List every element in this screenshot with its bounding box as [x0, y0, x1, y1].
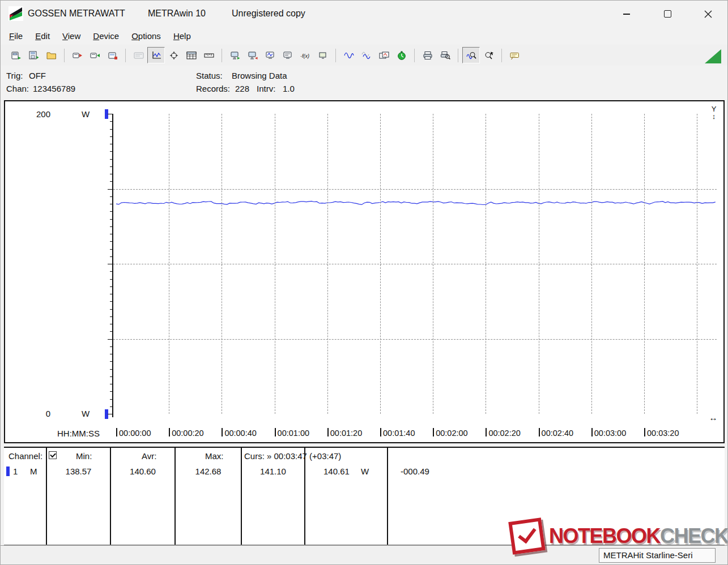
- receive-from-device-button[interactable]: [86, 47, 104, 63]
- avr-value: 140.60: [111, 466, 174, 476]
- multimeter-display-button[interactable]: [130, 47, 147, 63]
- monitor-view-button[interactable]: [279, 47, 296, 63]
- y-axis-tick: [110, 406, 112, 407]
- maximize-icon: [664, 10, 671, 18]
- watermark-word2: CHECK: [660, 524, 728, 547]
- maximize-button[interactable]: [654, 1, 680, 27]
- gridline-horizontal: [113, 339, 717, 340]
- close-icon: [704, 10, 712, 18]
- timer-button[interactable]: [393, 47, 410, 63]
- online-input-button[interactable]: [244, 47, 261, 63]
- y-axis-tick: [108, 339, 112, 340]
- x-axis-tick: [380, 428, 381, 436]
- channel-number: 1: [13, 466, 18, 476]
- cursor-crosshair-button[interactable]: [165, 47, 182, 63]
- menu-device[interactable]: Device: [87, 28, 125, 44]
- menu-help[interactable]: Help: [167, 28, 197, 44]
- menu-view[interactable]: View: [56, 28, 87, 44]
- y-axis-tick: [110, 181, 112, 182]
- y-axis-tick: [110, 346, 112, 347]
- y-axis-zoom-handle[interactable]: Y ↕: [708, 105, 720, 120]
- svg-text:-f(x): -f(x): [300, 53, 309, 58]
- x-axis-tick: [327, 428, 329, 436]
- x-axis-zoom-handle[interactable]: ↔: [708, 414, 719, 421]
- x-zoom-arrow-icon: ↔: [708, 414, 719, 421]
- print-preview-button[interactable]: [436, 47, 454, 63]
- waveform-button[interactable]: [340, 47, 357, 63]
- menu-bar: File Edit View Device Options Help: [1, 27, 727, 45]
- zoom-chart-button[interactable]: [462, 47, 480, 63]
- x-axis-tick-label: 00:01:20: [330, 429, 362, 438]
- compare-charts-button[interactable]: [375, 47, 393, 63]
- status-value: Browsing Data: [232, 71, 287, 80]
- open-file-button[interactable]: [42, 47, 60, 63]
- y-axis-tick: [110, 354, 112, 354]
- x-axis-tick: [116, 428, 117, 436]
- load-from-device-button[interactable]: [7, 47, 25, 63]
- x-axis-tick-label: 00:02:20: [488, 429, 520, 438]
- annotation-button[interactable]: [506, 47, 523, 63]
- table-divider: [241, 448, 242, 545]
- program-title: METRAwin 10: [148, 8, 206, 19]
- formula-button[interactable]: -f(x): [296, 47, 314, 63]
- x-axis-tick-label: 00:00:20: [172, 429, 203, 438]
- live-value: 140.61: [323, 466, 350, 476]
- power-trace-line: [116, 201, 716, 204]
- menu-file[interactable]: File: [3, 28, 29, 44]
- y-axis-tick: [110, 309, 112, 310]
- y-axis-tick: [110, 234, 112, 234]
- col-header-avr: Avr:: [142, 451, 156, 461]
- gridline-vertical: [486, 114, 486, 414]
- y-axis-tick: [108, 414, 112, 414]
- table-divider: [46, 448, 47, 545]
- gridline-horizontal: [113, 189, 717, 190]
- chart-view-button[interactable]: [147, 47, 165, 63]
- gridline-vertical: [169, 114, 169, 414]
- save-data-button[interactable]: [25, 47, 42, 63]
- trig-value: OFF: [29, 71, 46, 80]
- zoom-select-button[interactable]: [480, 47, 497, 63]
- close-button[interactable]: [695, 1, 721, 27]
- chart-area[interactable]: 200 W 0 W HH:MM:SS Y ↕ ↔ 00:00:0000:00:2…: [4, 100, 725, 443]
- monitor-small-button[interactable]: [314, 47, 331, 63]
- scale-view-button[interactable]: [200, 47, 218, 63]
- table-divider: [174, 448, 176, 545]
- y-axis-tick: [110, 331, 112, 332]
- y-axis-tick: [110, 399, 112, 400]
- status-label: Status:: [196, 71, 223, 80]
- y-axis-tick: [110, 241, 112, 242]
- x-axis-name: HH:MM:SS: [57, 429, 100, 438]
- check-icon: [518, 524, 536, 544]
- intrv-label: Intrv:: [257, 84, 275, 93]
- app-title: GOSSEN METRAWATT: [28, 8, 125, 19]
- online-chart-button[interactable]: [261, 47, 279, 63]
- cursor-value: 141.10: [242, 466, 304, 476]
- gridline-vertical: [591, 114, 592, 414]
- chan-label: Chan:: [6, 84, 29, 93]
- col-header-channel: Channel:: [8, 451, 42, 461]
- online-output-button[interactable]: [226, 47, 244, 63]
- gridline-horizontal: [113, 264, 717, 264]
- y-axis-tick: [110, 279, 112, 280]
- send-to-device-button[interactable]: [69, 47, 86, 63]
- gridline-vertical: [433, 114, 433, 414]
- resize-corner-icon: [705, 49, 721, 63]
- channel-color-marker: [6, 466, 10, 476]
- print-button[interactable]: [419, 47, 436, 63]
- menu-options[interactable]: Options: [125, 28, 167, 44]
- x-axis-tick: [539, 428, 540, 436]
- y-axis-tick: [110, 256, 112, 257]
- device-memory-button[interactable]: [104, 47, 121, 63]
- col-header-cursor: Curs: » 00:03:47 (+03:47): [244, 451, 341, 461]
- menu-edit[interactable]: Edit: [29, 28, 56, 44]
- minimize-button[interactable]: [614, 1, 640, 27]
- channel-visibility-checkbox[interactable]: [49, 451, 57, 459]
- y-axis-tick: [108, 114, 112, 114]
- y-axis-tick: [110, 219, 112, 220]
- y-max-label: 200: [16, 109, 50, 119]
- envelope-button[interactable]: [357, 47, 375, 63]
- max-value: 142.68: [176, 466, 241, 476]
- y-axis-tick: [110, 249, 112, 250]
- table-view-button[interactable]: [182, 47, 200, 63]
- y-unit-bottom: W: [82, 409, 90, 418]
